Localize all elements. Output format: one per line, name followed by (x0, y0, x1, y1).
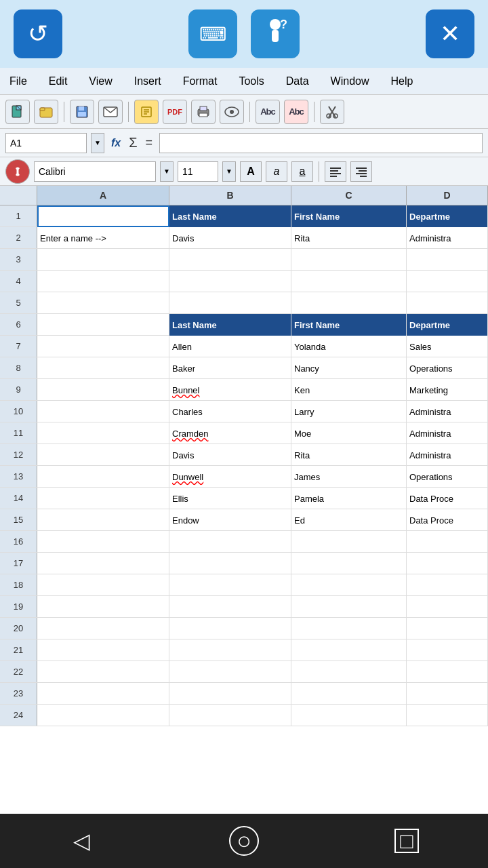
font-name-dropdown[interactable]: ▼ (160, 161, 174, 182)
cut-button[interactable] (320, 100, 344, 124)
cell-d15[interactable]: Data Proce (407, 509, 488, 531)
sum-icon[interactable]: Σ (126, 135, 140, 151)
menu-data[interactable]: Data (282, 74, 313, 89)
cell-c4[interactable] (291, 271, 407, 292)
new-file-button[interactable] (5, 100, 30, 124)
recent-button[interactable]: □ (386, 821, 427, 861)
cell-a7[interactable] (37, 336, 169, 357)
cell-c3[interactable] (291, 249, 407, 271)
cell-a1[interactable] (37, 205, 169, 227)
cell-d7[interactable]: Sales (407, 336, 488, 357)
font-size-dropdown[interactable]: ▼ (222, 161, 236, 182)
print-button[interactable] (191, 100, 216, 124)
cell-c1[interactable]: First Name (291, 205, 407, 227)
cell-d12[interactable]: Administra (407, 444, 488, 466)
email-button[interactable] (98, 100, 123, 124)
cell-b5[interactable] (169, 292, 291, 314)
cell-d14[interactable]: Data Proce (407, 488, 488, 509)
equals-icon[interactable]: = (143, 136, 156, 150)
cell-a12[interactable] (37, 444, 169, 466)
cell-d8[interactable]: Operations (407, 357, 488, 379)
cell-c17[interactable] (291, 553, 407, 574)
cell-b11[interactable]: Cramden (169, 422, 291, 444)
options-button[interactable] (5, 159, 30, 184)
menu-view[interactable]: View (85, 74, 116, 89)
cell-a19[interactable] (37, 596, 169, 618)
cell-a24[interactable] (37, 705, 169, 726)
cell-b18[interactable] (169, 574, 291, 596)
formula-input[interactable] (159, 133, 483, 153)
cell-a5[interactable] (37, 292, 169, 314)
fx-icon[interactable]: fx (108, 137, 123, 149)
menu-format[interactable]: Format (179, 74, 222, 89)
cell-a8[interactable] (37, 357, 169, 379)
cell-d5[interactable] (407, 292, 488, 314)
cell-c15[interactable]: Ed (291, 509, 407, 531)
open-file-button[interactable] (34, 100, 58, 124)
cell-c18[interactable] (291, 574, 407, 596)
save-button[interactable] (70, 100, 94, 124)
cell-b9[interactable]: Bunnel (169, 379, 291, 401)
cell-a3[interactable] (37, 249, 169, 271)
cell-a14[interactable] (37, 488, 169, 509)
cell-a16[interactable] (37, 531, 169, 553)
cell-d22[interactable] (407, 661, 488, 683)
cell-a20[interactable] (37, 618, 169, 639)
cell-reference-dropdown[interactable]: ▼ (91, 133, 104, 153)
cell-b16[interactable] (169, 531, 291, 553)
menu-insert[interactable]: Insert (130, 74, 165, 89)
cell-d11[interactable]: Administra (407, 422, 488, 444)
preview-button[interactable] (220, 100, 244, 124)
cell-a2[interactable]: Enter a name --> (37, 227, 169, 249)
cell-b21[interactable] (169, 639, 291, 661)
menu-window[interactable]: Window (327, 74, 373, 89)
italic-button[interactable]: a (266, 161, 287, 182)
edit-button[interactable] (134, 100, 159, 124)
cell-c19[interactable] (291, 596, 407, 618)
cell-d3[interactable] (407, 249, 488, 271)
cell-b24[interactable] (169, 705, 291, 726)
cell-d9[interactable]: Marketing (407, 379, 488, 401)
cell-b7[interactable]: Allen (169, 336, 291, 357)
cell-b6[interactable]: Last Name (169, 314, 291, 336)
cell-d6[interactable]: Departme (407, 314, 488, 336)
cell-c2[interactable]: Rita (291, 227, 407, 249)
spellcheck1-button[interactable]: Abc (256, 100, 280, 124)
cell-b2[interactable]: Davis (169, 227, 291, 249)
cell-b23[interactable] (169, 683, 291, 705)
cell-d18[interactable] (407, 574, 488, 596)
cell-d13[interactable]: Operations (407, 466, 488, 488)
cell-d16[interactable] (407, 531, 488, 553)
font-name-selector[interactable]: Calibri (34, 161, 156, 182)
menu-edit[interactable]: Edit (45, 74, 72, 89)
col-header-c[interactable]: C (291, 186, 407, 205)
cell-c22[interactable] (291, 661, 407, 683)
cell-c10[interactable]: Larry (291, 401, 407, 422)
align-left-button[interactable] (325, 161, 346, 182)
cell-a17[interactable] (37, 553, 169, 574)
cell-a9[interactable] (37, 379, 169, 401)
cell-d17[interactable] (407, 553, 488, 574)
cell-a18[interactable] (37, 574, 169, 596)
cell-d2[interactable]: Administra (407, 227, 488, 249)
back-button[interactable]: ◁ (61, 821, 102, 861)
cell-d21[interactable] (407, 639, 488, 661)
cell-c7[interactable]: Yolanda (291, 336, 407, 357)
cell-b4[interactable] (169, 271, 291, 292)
menu-file[interactable]: File (5, 74, 31, 89)
cell-b17[interactable] (169, 553, 291, 574)
cell-reference-box[interactable]: A1 (5, 133, 87, 153)
cell-b20[interactable] (169, 618, 291, 639)
cell-c13[interactable]: James (291, 466, 407, 488)
cell-d1[interactable]: Departme (407, 205, 488, 227)
cell-c23[interactable] (291, 683, 407, 705)
col-header-b[interactable]: B (169, 186, 291, 205)
col-header-a[interactable]: A (37, 186, 169, 205)
cell-a21[interactable] (37, 639, 169, 661)
cell-b15[interactable]: Endow (169, 509, 291, 531)
cell-b1[interactable]: Last Name (169, 205, 291, 227)
cell-c21[interactable] (291, 639, 407, 661)
cell-a15[interactable] (37, 509, 169, 531)
bold-button[interactable]: A (240, 161, 262, 182)
underline-button[interactable]: a (291, 161, 313, 182)
